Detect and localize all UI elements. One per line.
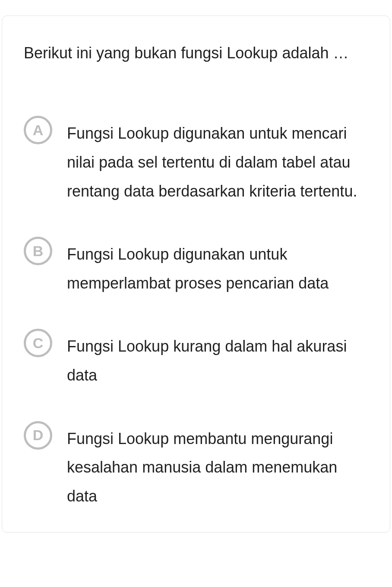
option-c[interactable]: C Fungsi Lookup kurang dalam hal akurasi… xyxy=(24,330,368,390)
option-letter-a: A xyxy=(24,116,52,144)
option-text-d: Fungsi Lookup membantu mengurangi kesala… xyxy=(67,423,368,511)
question-text: Berikut ini yang bukan fungsi Lookup ada… xyxy=(24,40,368,66)
question-card: Berikut ini yang bukan fungsi Lookup ada… xyxy=(2,16,390,533)
option-text-c: Fungsi Lookup kurang dalam hal akurasi d… xyxy=(67,330,368,390)
options-list: A Fungsi Lookup digunakan untuk mencari … xyxy=(24,117,368,511)
option-letter-c: C xyxy=(24,329,52,357)
option-letter-b: B xyxy=(24,237,52,265)
option-a[interactable]: A Fungsi Lookup digunakan untuk mencari … xyxy=(24,117,368,206)
option-letter-d: D xyxy=(24,421,52,450)
option-b[interactable]: B Fungsi Lookup digunakan untuk memperla… xyxy=(24,238,368,298)
option-text-a: Fungsi Lookup digunakan untuk mencari ni… xyxy=(67,117,368,206)
option-text-b: Fungsi Lookup digunakan untuk memperlamb… xyxy=(67,238,368,298)
option-d[interactable]: D Fungsi Lookup membantu mengurangi kesa… xyxy=(24,423,368,511)
